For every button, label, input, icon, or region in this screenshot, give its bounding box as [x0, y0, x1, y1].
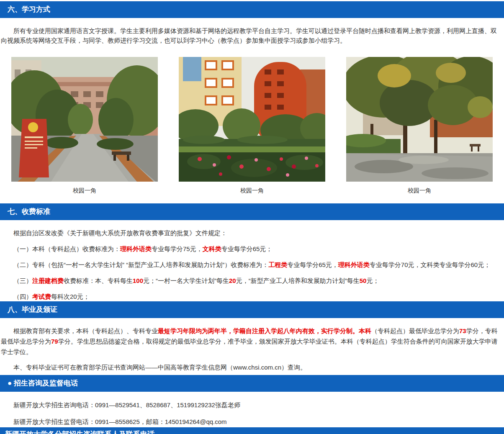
supervision-phone-line: 新疆开放大学招生监督电话：0991—8558625，邮箱：1450194264@…: [0, 417, 504, 426]
fee-item-2: （二）专科（包括“一村一名大学生计划” “新型产业工人培养和发展助力计划”）收费…: [0, 260, 504, 270]
campus-photo-2: [179, 57, 325, 182]
campus-photo-figure-3: 校园一角: [346, 57, 493, 195]
campus-photo-gallery: 校园一角: [0, 57, 504, 195]
fee-item-1: （一）本科（专科起点）收费标准为：理科外语类专业每学分75元，文科类专业每学分6…: [0, 244, 504, 254]
fees-intro-paragraph: 根据自治区发改委《关于新疆电大系统开放教育收费事宜的批复》文件规定：: [0, 228, 504, 238]
graduation-paragraph: 根据教育部有关要求，本科（专科起点）、专科专业最短学习年限均为两年半，学籍自注册…: [0, 326, 504, 357]
diploma-lookup-paragraph: 本、专科毕业证书可在教育部学历证书查询网站——中国高等教育学生信息网（www.c…: [0, 362, 504, 372]
admissions-phone-line: 新疆开放大学招生咨询电话：0991—8529541、8528687、151991…: [0, 400, 504, 410]
campus-photo-1: [11, 57, 158, 182]
photo-caption-3: 校园一角: [346, 187, 493, 195]
section-header-fees: 七、收费标准: [0, 203, 504, 220]
section-header-contact: ● 招生咨询及监督电话: [0, 375, 504, 392]
photo-caption-1: 校园一角: [11, 187, 158, 195]
section-header-graduation: 八、毕业及颁证: [0, 301, 504, 318]
campus-photo-figure-1: 校园一角: [11, 57, 158, 195]
campus-photo-figure-2: 校园一角: [179, 57, 325, 195]
learning-paragraph: 所有专业使用国家通用语言文字授课。学生主要利用多媒体资源和基于网络的远程教学平台…: [0, 26, 504, 45]
fee-item-4: （四）考试费每科次20元；: [0, 292, 504, 301]
fee-item-3: （三）注册建档费收费标准：本、专科每生100元；“一村一名大学生计划”每生20元…: [0, 276, 504, 285]
photo-caption-2: 校园一角: [179, 187, 325, 195]
campus-photo-3: [346, 57, 493, 182]
section-header-learning: 六、学习方式: [0, 1, 504, 18]
section-header-branches: 新疆开放大学各分部招生咨询联系人及联系电话: [0, 427, 504, 434]
